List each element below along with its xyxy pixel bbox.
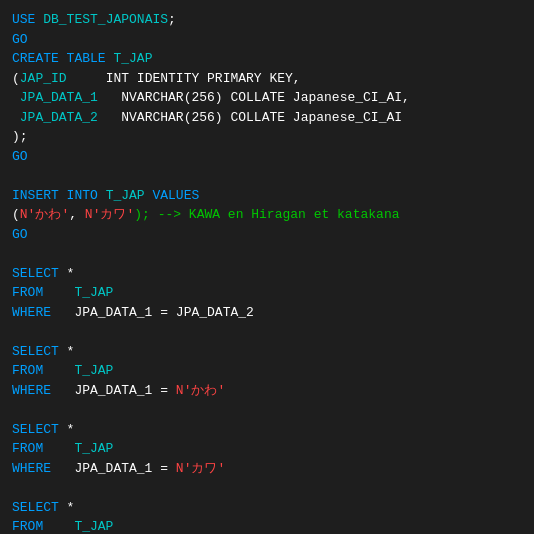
code-line: CREATE TABLE T_JAP <box>12 49 522 69</box>
code-line: GO <box>12 147 522 167</box>
code-line <box>12 400 522 420</box>
code-line: WHERE JPA_DATA_1 = N'かわ' <box>12 381 522 401</box>
code-line <box>12 322 522 342</box>
code-line: SELECT * <box>12 420 522 440</box>
code-line: FROM T_JAP <box>12 517 522 534</box>
code-line: USE DB_TEST_JAPONAIS; <box>12 10 522 30</box>
code-line: SELECT * <box>12 264 522 284</box>
code-line <box>12 478 522 498</box>
code-line: WHERE JPA_DATA_1 = JPA_DATA_2 <box>12 303 522 323</box>
code-editor: USE DB_TEST_JAPONAIS;GOCREATE TABLE T_JA… <box>12 10 522 534</box>
code-line: JPA_DATA_2 NVARCHAR(256) COLLATE Japanes… <box>12 108 522 128</box>
code-line: (JAP_ID INT IDENTITY PRIMARY KEY, <box>12 69 522 89</box>
code-line: (N'かわ', N'カワ'); --> KAWA en Hiragan et k… <box>12 205 522 225</box>
code-line: FROM T_JAP <box>12 283 522 303</box>
code-line <box>12 244 522 264</box>
code-line <box>12 166 522 186</box>
code-line: JPA_DATA_1 NVARCHAR(256) COLLATE Japanes… <box>12 88 522 108</box>
code-line: ); <box>12 127 522 147</box>
code-line: FROM T_JAP <box>12 361 522 381</box>
code-line: FROM T_JAP <box>12 439 522 459</box>
code-line: SELECT * <box>12 342 522 362</box>
code-line: WHERE JPA_DATA_1 = N'カワ' <box>12 459 522 479</box>
code-line: SELECT * <box>12 498 522 518</box>
code-line: INSERT INTO T_JAP VALUES <box>12 186 522 206</box>
code-line: GO <box>12 225 522 245</box>
code-line: GO <box>12 30 522 50</box>
